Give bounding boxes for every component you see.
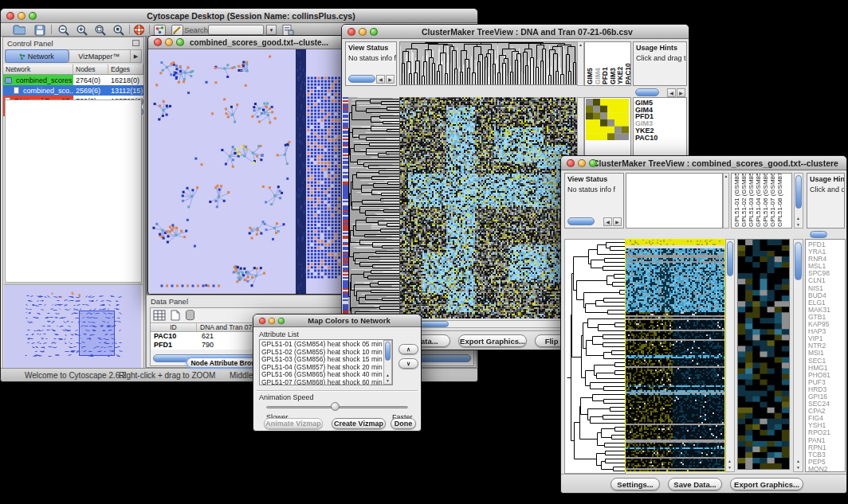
zoom-in-icon[interactable] [75,24,88,36]
gene-label[interactable]: MON2 [806,466,845,472]
scroll-down-icon[interactable]: ▼ [796,465,800,470]
save-data-button[interactable]: Save Data... [668,478,722,490]
heatmap-zoom-canvas[interactable] [586,99,629,140]
attribute-table-icon[interactable] [153,310,166,321]
column-tree-panel[interactable] [626,173,723,229]
float-panel-icon[interactable] [132,40,139,46]
vscroll-thumb[interactable] [795,175,802,209]
heatmap-global-canvas[interactable] [399,97,577,318]
vscroll-thumb[interactable] [727,241,733,276]
tab-vizmapper[interactable]: VizMapper™ [69,50,132,62]
heatmap-vscrollbar[interactable]: ▲ ▼ [725,239,735,472]
col-network[interactable]: Network [3,64,73,74]
scroll-left-icon[interactable]: ◀ [603,217,612,226]
scroll-up-icon[interactable]: ▲ [578,42,583,47]
column-label[interactable]: GPL51-08 (GSM872) [776,175,783,227]
close-icon[interactable] [259,317,266,324]
row-dendrogram-canvas[interactable] [564,239,626,474]
usage-scrollbar[interactable] [810,231,827,238]
attribute-item[interactable]: GPL51-03 (GSM856) heat shock 15 min [260,356,392,364]
zoom-window-icon[interactable] [29,12,37,20]
column-label[interactable]: GPL51-06 (GSM865) [762,175,769,227]
minimize-icon[interactable] [165,38,173,46]
view-status-scrollbar[interactable] [348,75,375,83]
done-button[interactable]: Done [391,418,416,429]
scroll-up-icon[interactable]: ▲ [796,459,800,463]
scroll-down-icon[interactable]: ▼ [796,222,800,227]
open-file-icon[interactable] [12,24,26,36]
scroll-left-icon[interactable]: ◀ [667,88,676,97]
zoom-fit-icon[interactable] [93,24,107,36]
attribute-item[interactable]: GPL51-07 (GSM868) heat shock 60 min [260,379,392,385]
move-down-button[interactable]: ∨ [398,358,418,369]
col-edges[interactable]: Edges [108,64,143,74]
zoom-window-icon[interactable] [589,159,597,167]
network-list-empty-area[interactable] [5,100,142,283]
zoom-out-icon[interactable] [57,24,70,36]
labels-vscrollbar[interactable]: ▲ ▼ [794,173,803,229]
new-attribute-icon[interactable] [171,310,180,321]
export-graphics-button[interactable]: Export Graphics... [730,478,803,490]
col-id[interactable]: ID [151,323,197,331]
scroll-up-icon[interactable]: ▲ [724,174,728,178]
vscroll-thumb[interactable] [795,242,802,280]
close-icon[interactable] [6,12,14,20]
heatmap-zoom-canvas[interactable] [737,239,790,470]
scroll-up-icon[interactable]: ▲ [386,373,390,377]
usage-scrollbar[interactable] [635,88,659,96]
dialog-titlebar[interactable]: Map Colors to Network [253,315,421,327]
zoom-window-icon[interactable] [176,38,184,46]
help-lifering-icon[interactable] [132,24,146,36]
minimize-icon[interactable] [578,159,586,167]
scroll-down-icon[interactable]: ▼ [386,378,390,383]
attribute-item[interactable]: GPL51-01 (GSM854) heat shock 05 min [260,341,392,349]
scroll-up-icon[interactable]: ▲ [728,459,732,463]
vscroll-thumb[interactable] [385,342,391,361]
settings-button[interactable]: Settings... [610,478,660,490]
minimize-icon[interactable] [269,317,276,324]
column-label[interactable]: GPL51-02 (GSM855) [740,175,748,227]
scroll-right-icon[interactable]: ▶ [386,75,395,84]
cytopanel-nodes-icon[interactable] [153,24,167,36]
attribute-listbox[interactable]: GPL51-01 (GSM854) heat shock 05 minGPL51… [259,339,393,385]
network-canvas[interactable] [149,49,345,294]
editor-icon[interactable] [171,24,184,36]
speed-slider-thumb[interactable] [331,402,340,411]
scroll-up-icon[interactable]: ▲ [796,216,800,221]
export-graphics-button[interactable]: Export Graphics... [458,334,527,347]
zoom-window-icon[interactable] [278,317,285,324]
attribute-item[interactable]: GPL51-06 (GSM865) heat shock 40 min [260,371,392,379]
zoom-window-icon[interactable] [370,28,378,36]
delete-attribute-icon[interactable] [185,310,195,321]
column-tree-scrollbar[interactable]: ▲ [577,41,584,86]
tab-overflow-icon[interactable]: ▶ [131,53,141,60]
close-icon[interactable] [567,159,575,167]
minimize-icon[interactable] [18,12,26,20]
attribute-item[interactable]: GPL51-02 (GSM855) heat shock 10 min [260,349,392,357]
main-titlebar[interactable]: Cytoscape Desktop (Session Name: collins… [1,9,477,23]
scroll-left-icon[interactable]: ◀ [376,75,385,84]
network-row[interactable]: combined_sco... 2569(6) 13112(15) [3,85,143,96]
column-label[interactable]: GPL51-07 (GSM868) [769,175,776,227]
scroll-down-icon[interactable]: ▼ [728,465,732,470]
column-label[interactable]: GPL51-04 (GSM857) [755,175,762,227]
list-vscrollbar[interactable]: ▲ ▼ [383,340,392,385]
close-icon[interactable] [347,28,355,36]
row-dendrogram-canvas[interactable] [348,97,399,318]
attribute-browser-icon[interactable] [281,24,295,36]
col-nodes[interactable]: Nodes [73,64,108,74]
column-label[interactable]: PAC10 [625,44,630,84]
view-status-scrollbar[interactable] [567,217,595,225]
genelist-vscrollbar[interactable]: ▲ ▼ [793,239,803,472]
create-vizmap-button[interactable]: Create Vizmap [332,418,386,429]
zoom-selected-icon[interactable] [112,24,125,36]
column-label[interactable]: GPL51-03 (GSM856) [748,175,755,227]
row-label[interactable]: PAC10 [634,135,686,142]
minimize-icon[interactable] [359,28,367,36]
network-row[interactable]: combined_scores 2764(0) 16218(0) [3,75,143,85]
network-view-titlebar[interactable]: combined_scores_good.txt--cluste... [148,36,344,49]
move-up-button[interactable]: ∧ [398,344,418,354]
heatmap-global-canvas[interactable] [625,239,725,472]
treeview2-titlebar[interactable]: ClusterMaker TreeView : combined_scores_… [561,156,846,170]
search-input[interactable] [208,25,264,35]
